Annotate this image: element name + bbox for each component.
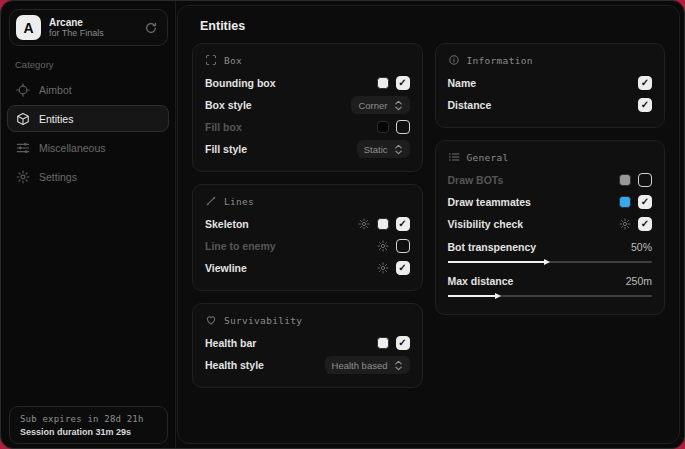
logo-card: A Arcane for The Finals: [9, 9, 168, 46]
session-duration-text: Session duration 31m 29s: [20, 427, 157, 437]
setting-label: Box style: [205, 99, 252, 111]
color-swatch[interactable]: [377, 77, 389, 89]
checkbox[interactable]: [396, 336, 410, 350]
setting-label: Bot transpenency: [448, 241, 537, 253]
dropdown-value: Static: [364, 144, 388, 155]
app-name: Arcane: [49, 17, 136, 29]
slider-value: 250m: [626, 275, 652, 287]
slider-fill: [448, 295, 495, 297]
main-panel: Entities Box Bounding box: [177, 5, 680, 444]
survivability-card: Survivability Health bar Health style He…: [192, 303, 423, 388]
corner-brackets-icon: [205, 54, 217, 66]
chevron-updown-icon: [394, 360, 403, 371]
diagonal-line-icon: [205, 195, 217, 207]
crosshair-icon: [16, 83, 30, 97]
checkbox[interactable]: [396, 217, 410, 231]
checkbox[interactable]: [638, 173, 652, 187]
card-title: Information: [467, 55, 533, 66]
config-gear-icon[interactable]: [377, 262, 389, 274]
info-icon: [448, 54, 460, 66]
box-style-dropdown[interactable]: Corner: [351, 96, 409, 114]
checkbox[interactable]: [638, 195, 652, 209]
app-window: A Arcane for The Finals Category Aimbot: [0, 0, 685, 449]
setting-row-distance: Distance: [448, 94, 653, 116]
page-title: Entities: [178, 6, 679, 43]
setting-label: Skeleton: [205, 218, 249, 230]
dropdown-value: Corner: [358, 100, 387, 111]
list-icon: [448, 151, 460, 163]
right-column: Information Name Distance: [435, 43, 666, 388]
information-card-header: Information: [448, 54, 653, 66]
setting-row-draw-bots: Draw BOTs: [448, 169, 653, 191]
sidebar-item-label: Aimbot: [39, 84, 72, 96]
sidebar-item-entities[interactable]: Entities: [7, 105, 169, 132]
setting-row-line-to-enemy: Line to enemy: [205, 235, 410, 257]
color-swatch[interactable]: [377, 337, 389, 349]
card-title: Survivability: [224, 315, 302, 326]
setting-label: Health style: [205, 359, 264, 371]
category-label: Category: [15, 59, 175, 70]
setting-label: Draw BOTs: [448, 174, 504, 186]
checkbox[interactable]: [396, 239, 410, 253]
setting-row-box-style: Box style Corner: [205, 94, 410, 116]
sidebar-item-label: Miscellaneous: [39, 142, 106, 154]
color-swatch[interactable]: [619, 174, 631, 186]
heart-icon: [205, 314, 217, 326]
sliders-icon: [16, 141, 30, 155]
setting-row-fill-style: Fill style Static: [205, 138, 410, 160]
checkbox[interactable]: [396, 120, 410, 134]
slider-value: 50%: [631, 241, 652, 253]
checkbox[interactable]: [638, 217, 652, 231]
sidebar-item-settings[interactable]: Settings: [7, 163, 169, 190]
lines-card-header: Lines: [205, 195, 410, 207]
general-card: General Draw BOTs Draw teammates: [435, 140, 666, 315]
card-title: Lines: [224, 196, 254, 207]
app-title-block: Arcane for The Finals: [49, 17, 136, 39]
checkbox[interactable]: [396, 261, 410, 275]
setting-label: Viewline: [205, 262, 247, 274]
setting-label: Fill style: [205, 143, 247, 155]
color-swatch[interactable]: [377, 121, 389, 133]
bot-transparency-slider[interactable]: [448, 261, 653, 263]
setting-row-bounding-box: Bounding box: [205, 72, 410, 94]
information-card: Information Name Distance: [435, 43, 666, 128]
checkbox[interactable]: [638, 98, 652, 112]
setting-row-health-bar: Health bar: [205, 332, 410, 354]
setting-row-health-style: Health style Health based: [205, 354, 410, 376]
color-swatch[interactable]: [377, 218, 389, 230]
setting-label: Line to enemy: [205, 240, 276, 252]
sync-icon[interactable]: [144, 21, 158, 35]
setting-row-visibility-check: Visibility check: [448, 213, 653, 235]
config-gear-icon[interactable]: [619, 218, 631, 230]
dropdown-value: Health based: [332, 360, 388, 371]
chevron-updown-icon: [394, 144, 403, 155]
gear-icon: [16, 170, 30, 184]
sidebar-item-label: Entities: [39, 113, 73, 125]
card-title: General: [467, 152, 509, 163]
sidebar-item-aimbot[interactable]: Aimbot: [7, 76, 169, 103]
lines-card: Lines Skeleton: [192, 184, 423, 291]
setting-row-viewline: Viewline: [205, 257, 410, 279]
setting-label: Distance: [448, 99, 492, 111]
sidebar: A Arcane for The Finals Category Aimbot: [1, 1, 176, 448]
checkbox[interactable]: [396, 76, 410, 90]
setting-label: Max distance: [448, 275, 514, 287]
settings-columns: Box Bounding box Box style Corner: [178, 43, 679, 388]
fill-style-dropdown[interactable]: Static: [357, 140, 410, 158]
setting-row-fill-box: Fill box: [205, 116, 410, 138]
sidebar-item-label: Settings: [39, 171, 77, 183]
setting-row-bot-transparency: Bot transpenency 50%: [448, 235, 653, 269]
config-gear-icon[interactable]: [358, 218, 370, 230]
app-logo: A: [16, 15, 41, 40]
max-distance-slider[interactable]: [448, 295, 653, 297]
color-swatch[interactable]: [619, 196, 631, 208]
config-gear-icon[interactable]: [377, 240, 389, 252]
checkbox[interactable]: [638, 76, 652, 90]
setting-label: Name: [448, 77, 477, 89]
box-card: Box Bounding box Box style Corner: [192, 43, 423, 172]
setting-label: Draw teammates: [448, 196, 531, 208]
slider-fill: [448, 261, 544, 263]
health-style-dropdown[interactable]: Health based: [325, 356, 410, 374]
sidebar-item-miscellaneous[interactable]: Miscellaneous: [7, 134, 169, 161]
setting-row-name: Name: [448, 72, 653, 94]
